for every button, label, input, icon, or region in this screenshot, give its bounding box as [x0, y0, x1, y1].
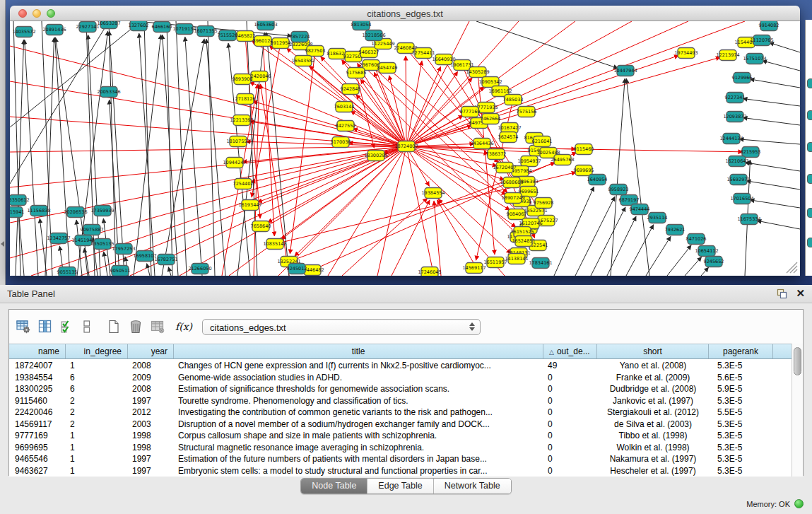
graph-node[interactable]: 11120765	[750, 35, 773, 46]
graph-node[interactable]: 16511957	[483, 257, 507, 268]
window-resize-grip[interactable]	[784, 261, 798, 274]
column-header-pagerank[interactable]: pagerank	[709, 344, 773, 358]
graph-node[interactable]: 10654112	[695, 246, 718, 257]
table-row[interactable]: 946362711997Embryonic stem cells: a mode…	[9, 465, 793, 477]
graph-node[interactable]: 9893900	[233, 74, 253, 85]
select-all-rows-icon[interactable]	[60, 320, 74, 334]
scrollbar-thumb[interactable]	[794, 347, 801, 375]
graph-node[interactable]: 16543582	[291, 56, 314, 66]
graph-node[interactable]: 10719134	[172, 24, 196, 35]
graph-node[interactable]: 20206536	[64, 207, 87, 218]
network-view-window[interactable]: citations_edges.txt 18724007746582289601…	[10, 6, 800, 276]
graph-node[interactable]: 16782751	[154, 255, 177, 265]
graph-node[interactable]: 16958107	[133, 251, 156, 262]
graph-node[interactable]: 19734493	[674, 48, 698, 59]
graph-node[interactable]: 8958923	[608, 185, 629, 195]
graph-node[interactable]: 19384554	[421, 188, 445, 199]
graph-node[interactable]: 11675334	[737, 214, 760, 225]
graph-node[interactable]: 3915941	[10, 207, 24, 218]
graph-node[interactable]: 22927141	[76, 22, 99, 33]
graph-node[interactable]: 10688609	[500, 177, 523, 188]
graph-node[interactable]: 16210643	[725, 156, 748, 167]
delete-table-trash-icon[interactable]	[129, 320, 143, 334]
graph-node[interactable]: 14305289	[466, 67, 489, 78]
graph-node[interactable]: 9129966	[732, 73, 753, 83]
deselect-all-rows-icon[interactable]	[82, 320, 92, 334]
graph-node[interactable]: 26495768	[551, 155, 574, 165]
float-panel-icon[interactable]	[777, 288, 787, 299]
graph-node[interactable]: 3624574	[498, 132, 519, 143]
graph-node[interactable]: 20891436	[42, 25, 66, 35]
graph-node[interactable]: 8454749	[377, 63, 398, 74]
graph-node[interactable]: 7386372	[486, 149, 507, 160]
graph-node[interactable]: 17957253	[112, 244, 135, 255]
graph-node[interactable]: 6216041	[532, 136, 553, 147]
background-network-window[interactable]	[805, 20, 812, 276]
citation-network-graph[interactable]: 1872400774658228960124891295423226058982…	[10, 21, 800, 276]
graph-node[interactable]: 16071355	[194, 26, 217, 37]
graph-node[interactable]: 7575156	[517, 107, 537, 117]
graph-node[interactable]: 15751074	[743, 54, 766, 64]
graph-node[interactable]: 6466160	[152, 22, 172, 33]
graph-node[interactable]: 10944247	[223, 158, 246, 168]
graph-node[interactable]: 17359939	[90, 206, 114, 216]
show-columns-icon[interactable]	[38, 320, 52, 334]
graph-node[interactable]: 18724007	[394, 141, 418, 152]
graph-node[interactable]: 2935114	[647, 213, 668, 223]
graph-node[interactable]: 1640954	[587, 175, 608, 185]
graph-node[interactable]: 17016504	[730, 194, 753, 204]
graph-node[interactable]: 18107553	[226, 136, 249, 147]
tab-network-table[interactable]: Network Table	[434, 479, 511, 493]
graph-node[interactable]: 20053346	[97, 87, 120, 98]
graph-node[interactable]: 9756928	[534, 198, 554, 209]
graph-node[interactable]: 9055135	[57, 267, 78, 276]
graph-node[interactable]: 24364436	[470, 139, 493, 149]
table-row[interactable]: 1456911722003Disruption of a novel membe…	[9, 419, 793, 431]
graph-node[interactable]: 7603144	[334, 102, 355, 112]
graph-node[interactable]: 16720407	[493, 163, 516, 173]
graph-node[interactable]: 10954937	[517, 156, 541, 167]
graph-node[interactable]: 12093872	[723, 112, 746, 122]
graph-node[interactable]: 7515526	[218, 30, 238, 41]
column-header-short[interactable]: short	[597, 344, 709, 358]
graph-node[interactable]: 9914082	[759, 21, 779, 31]
column-header-year[interactable]: year	[128, 344, 174, 358]
graph-node[interactable]: 8427552	[336, 121, 356, 132]
graph-node[interactable]: 12444134	[719, 134, 743, 144]
table-row[interactable]: 977716911998Corpus callosum shape and si…	[9, 430, 793, 442]
graph-node[interactable]: 3170036	[331, 137, 351, 148]
network-canvas[interactable]: 1872400774658228960124891295423226058982…	[10, 21, 800, 276]
graph-node[interactable]: 7932621	[665, 225, 686, 235]
panel-expand-arrow-icon[interactable]	[1, 241, 4, 247]
table-row[interactable]: 2242004622012Investigating the contribut…	[9, 407, 793, 419]
graph-node[interactable]: 7658640	[251, 221, 271, 232]
graph-node[interactable]: 17246045	[418, 267, 441, 276]
graph-node[interactable]: 9245652	[704, 257, 724, 267]
graph-node[interactable]: 21266050	[188, 264, 211, 274]
graph-node[interactable]: 10447944	[613, 66, 637, 76]
graph-node[interactable]: 7254402	[233, 179, 254, 189]
table-row[interactable]: 969969511998Structural magnetic resonanc…	[9, 442, 793, 454]
graph-node[interactable]: 12213393	[230, 115, 253, 126]
graph-node[interactable]: 1327602	[129, 21, 149, 31]
graph-node[interactable]: 16524851	[512, 236, 535, 247]
graph-node[interactable]: 14035572	[12, 27, 35, 37]
graph-node[interactable]: 10835148	[263, 239, 286, 250]
graph-node[interactable]: 10653287	[97, 21, 120, 29]
graph-node[interactable]: 15692971	[726, 175, 750, 185]
graph-node[interactable]: 16193447	[238, 200, 261, 211]
tab-edge-table[interactable]: Edge Table	[367, 479, 433, 493]
function-builder-icon[interactable]: f(x)	[175, 321, 192, 332]
graph-node[interactable]: 9777169	[460, 107, 481, 117]
table-settings-icon[interactable]	[16, 320, 30, 334]
tab-node-table[interactable]: Node Table	[301, 479, 367, 493]
network-window-titlebar[interactable]: citations_edges.txt	[10, 6, 800, 21]
graph-node[interactable]: 12342757	[47, 233, 70, 244]
graph-node[interactable]: 8912954	[271, 38, 291, 49]
close-panel-icon[interactable]: ✕	[796, 288, 805, 299]
graph-node[interactable]: 13350612	[10, 195, 30, 206]
graph-node[interactable]: 9242845	[341, 84, 361, 95]
collapsed-control-panel[interactable]	[0, 0, 6, 285]
graph-node[interactable]: 16053603	[254, 21, 277, 30]
graph-node[interactable]: 9827503	[305, 46, 326, 57]
